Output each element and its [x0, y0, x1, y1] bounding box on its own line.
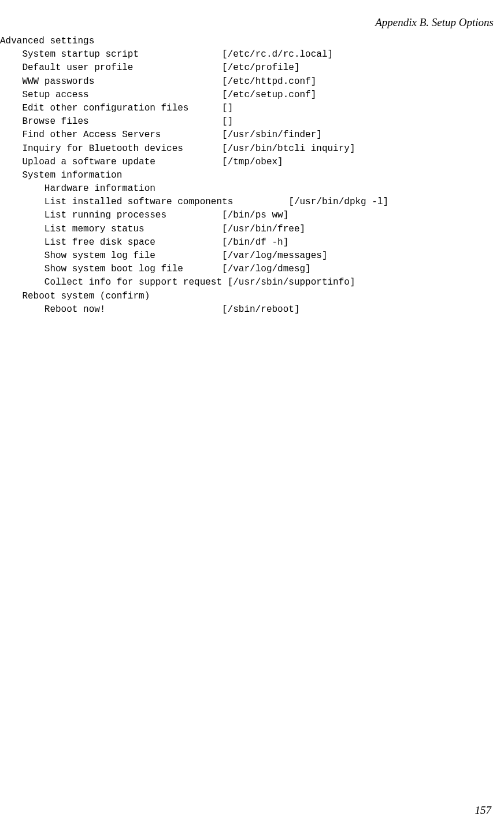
- page-header: Appendix B. Setup Options: [375, 16, 494, 29]
- content-block: Advanced settings System startup script …: [0, 35, 388, 316]
- page-number: 157: [475, 804, 492, 817]
